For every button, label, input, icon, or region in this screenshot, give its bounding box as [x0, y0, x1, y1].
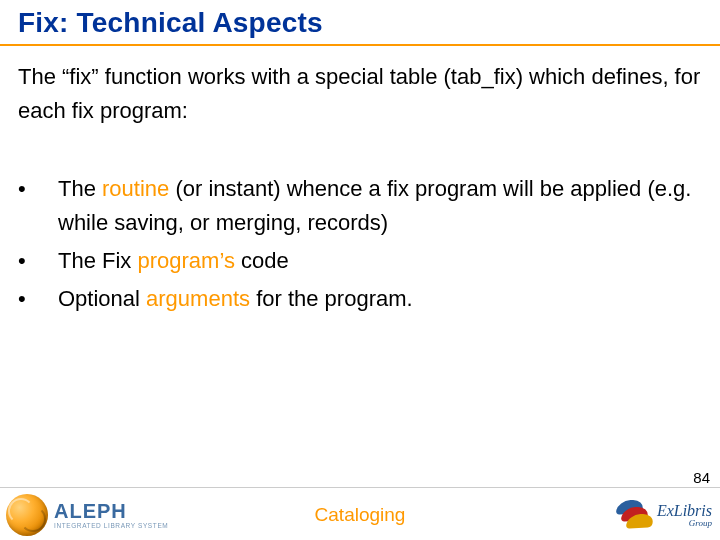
exlibris-wordmark: ExLibris [657, 503, 712, 519]
bullet-highlight: routine [102, 176, 169, 201]
bullet-highlight: arguments [146, 286, 250, 311]
bullet-pre: The Fix [58, 248, 137, 273]
list-item: • The Fix program’s code [18, 244, 702, 278]
bullet-text: Optional arguments for the program. [58, 282, 702, 316]
footer-center-label: Cataloging [0, 504, 720, 526]
slide: Fix: Technical Aspects The “fix” functio… [0, 0, 720, 540]
bullet-marker: • [18, 172, 58, 206]
bullet-list: • The routine (or instant) whence a fix … [18, 172, 702, 320]
exlibris-mark-icon [617, 500, 651, 530]
bullet-marker: • [18, 282, 58, 316]
footer: ALEPH INTEGRATED LIBRARY SYSTEM Catalogi… [0, 486, 720, 540]
slide-title: Fix: Technical Aspects [18, 7, 323, 39]
bullet-post: for the program. [250, 286, 413, 311]
bullet-post: code [235, 248, 289, 273]
bullet-pre: The [58, 176, 102, 201]
exlibris-text: ExLibris Group [657, 503, 712, 528]
list-item: • Optional arguments for the program. [18, 282, 702, 316]
title-underline [0, 44, 720, 46]
page-number: 84 [693, 469, 710, 486]
exlibris-sub: Group [657, 519, 712, 528]
intro-text: The “fix” function works with a special … [18, 60, 702, 128]
list-item: • The routine (or instant) whence a fix … [18, 172, 702, 240]
exlibris-logo: ExLibris Group [617, 500, 712, 530]
bullet-highlight: program’s [137, 248, 234, 273]
bullet-text: The Fix program’s code [58, 244, 702, 278]
bullet-marker: • [18, 244, 58, 278]
bullet-pre: Optional [58, 286, 146, 311]
bullet-text: The routine (or instant) whence a fix pr… [58, 172, 702, 240]
